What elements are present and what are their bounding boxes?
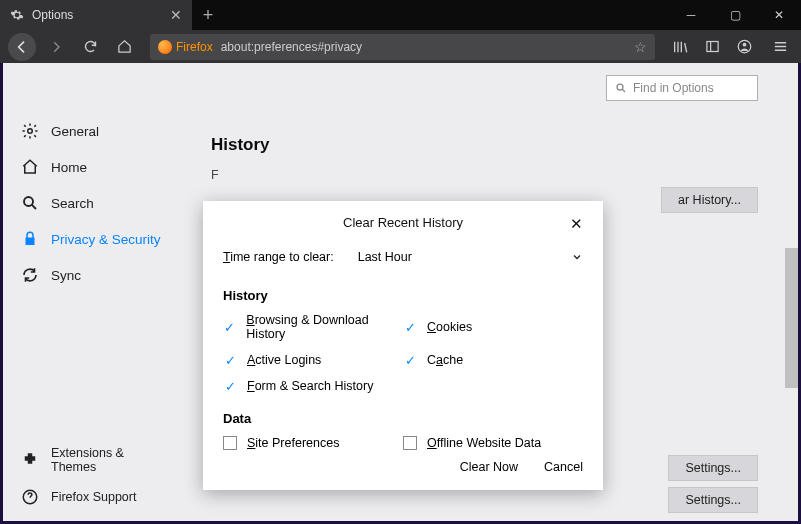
library-icon[interactable] xyxy=(667,39,693,55)
scrollbar-thumb[interactable] xyxy=(785,248,798,388)
checkbox-active-logins[interactable]: ✓ Active Logins xyxy=(223,353,403,367)
close-button[interactable]: ✕ xyxy=(757,0,801,30)
checkbox-label: Site Preferences xyxy=(247,436,339,450)
maximize-button[interactable]: ▢ xyxy=(713,0,757,30)
sidebar-item-sync[interactable]: Sync xyxy=(3,257,181,293)
sidebar-icon[interactable] xyxy=(699,39,725,54)
dialog-title: Clear Recent History xyxy=(343,215,463,230)
svg-point-2 xyxy=(742,43,746,47)
clear-now-button[interactable]: Clear Now xyxy=(460,460,518,474)
check-icon: ✓ xyxy=(403,353,417,367)
forward-button[interactable] xyxy=(42,33,70,61)
checkbox-label: Form & Search History xyxy=(247,379,373,393)
check-icon: ✓ xyxy=(223,320,236,334)
check-icon: ✓ xyxy=(223,379,237,393)
checkbox-label: Offline Website Data xyxy=(427,436,541,450)
sidebar-item-search[interactable]: Search xyxy=(3,185,181,221)
sidebar-item-home[interactable]: Home xyxy=(3,149,181,185)
dialog-close-icon[interactable]: ✕ xyxy=(570,215,583,233)
time-range-value: Last Hour xyxy=(358,250,412,264)
sidebar-label: Sync xyxy=(51,268,81,283)
menu-icon[interactable] xyxy=(767,39,793,54)
svg-point-6 xyxy=(617,84,623,90)
checkbox-cookies[interactable]: ✓ Cookies xyxy=(403,313,583,341)
identity-box[interactable]: Firefox xyxy=(158,40,213,54)
checkbox-label: Active Logins xyxy=(247,353,321,367)
check-icon: ✓ xyxy=(403,320,417,334)
browser-tab[interactable]: Options ✕ xyxy=(0,0,192,30)
checkbox-offline-data[interactable]: Offline Website Data xyxy=(403,436,583,450)
url-bar[interactable]: Firefox about:preferences#privacy ☆ xyxy=(150,34,655,60)
check-icon: ✓ xyxy=(223,353,237,367)
url-text: about:preferences#privacy xyxy=(221,40,362,54)
titlebar: Options ✕ + ─ ▢ ✕ xyxy=(0,0,801,30)
checkbox-empty-icon xyxy=(223,436,237,450)
checkbox-empty-icon xyxy=(403,436,417,450)
clear-history-dialog: Clear Recent History ✕ Time range to cle… xyxy=(203,201,603,490)
sidebar-item-extensions[interactable]: Extensions & Themes xyxy=(3,439,181,481)
checkbox-site-preferences[interactable]: Site Preferences xyxy=(223,436,403,450)
svg-point-4 xyxy=(24,197,33,206)
search-placeholder: Find in Options xyxy=(633,81,714,95)
location-settings-button[interactable]: Settings... xyxy=(668,455,758,481)
sidebar-label: Search xyxy=(51,196,94,211)
time-range-label: Time range to clear: xyxy=(223,250,334,264)
minimize-button[interactable]: ─ xyxy=(669,0,713,30)
new-tab-button[interactable]: + xyxy=(192,0,224,30)
camera-settings-button[interactable]: Settings... xyxy=(668,487,758,513)
sidebar-label: Home xyxy=(51,160,87,175)
sidebar-label: General xyxy=(51,124,99,139)
sidebar-item-general[interactable]: General xyxy=(3,113,181,149)
checkbox-form-history[interactable]: ✓ Form & Search History xyxy=(223,379,403,393)
obscured-text: F xyxy=(211,163,768,188)
checkbox-label: Browsing & Download History xyxy=(246,313,403,341)
clear-history-button[interactable]: ar History... xyxy=(661,187,758,213)
reload-button[interactable] xyxy=(76,33,104,61)
gear-icon xyxy=(10,8,24,22)
sidebar-item-privacy[interactable]: Privacy & Security xyxy=(3,221,181,257)
home-button[interactable] xyxy=(110,33,138,61)
window-controls: ─ ▢ ✕ xyxy=(669,0,801,30)
bookmark-star-icon[interactable]: ☆ xyxy=(634,39,647,55)
checkbox-label: Cache xyxy=(427,353,463,367)
category-sidebar: General Home Search Privacy & Security S… xyxy=(3,63,181,521)
sidebar-label: Extensions & Themes xyxy=(51,446,163,474)
tab-title: Options xyxy=(32,8,73,22)
find-in-options-input[interactable]: Find in Options xyxy=(606,75,758,101)
history-heading: History xyxy=(211,135,768,155)
chevron-down-icon xyxy=(571,251,583,263)
cancel-button[interactable]: Cancel xyxy=(544,460,583,474)
firefox-icon xyxy=(158,40,172,54)
dialog-history-heading: History xyxy=(223,288,583,303)
toolbar: Firefox about:preferences#privacy ☆ xyxy=(0,30,801,63)
dialog-data-heading: Data xyxy=(223,411,583,426)
sidebar-label: Firefox Support xyxy=(51,490,136,504)
svg-point-3 xyxy=(28,129,33,134)
back-button[interactable] xyxy=(8,33,36,61)
preferences-page: General Home Search Privacy & Security S… xyxy=(3,63,798,521)
account-icon[interactable] xyxy=(731,39,757,54)
tab-close-icon[interactable]: ✕ xyxy=(170,7,182,23)
sidebar-label: Privacy & Security xyxy=(51,232,161,247)
checkbox-label: Cookies xyxy=(427,320,472,334)
time-range-select[interactable]: Last Hour xyxy=(358,250,583,264)
sidebar-item-support[interactable]: Firefox Support xyxy=(3,481,181,513)
checkbox-browsing-history[interactable]: ✓ Browsing & Download History xyxy=(223,313,403,341)
identity-label: Firefox xyxy=(176,40,213,54)
checkbox-cache[interactable]: ✓ Cache xyxy=(403,353,583,367)
svg-rect-0 xyxy=(706,42,717,52)
